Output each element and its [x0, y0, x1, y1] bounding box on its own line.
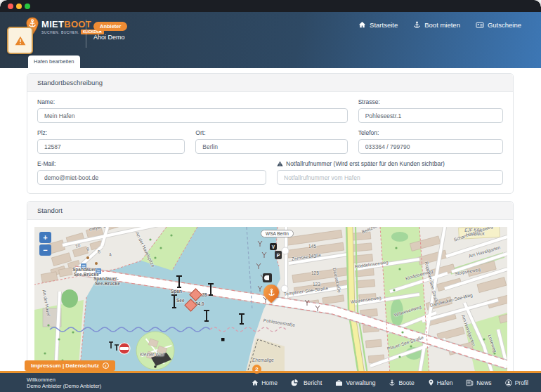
map-label: Haveleck — [466, 231, 485, 237]
footer-item-bericht[interactable]: Bericht — [291, 379, 322, 386]
map-label: Kleiner Wall — [140, 352, 164, 357]
section-title-standortbeschreibung: Standortbeschreibung — [27, 74, 513, 92]
voucher-icon — [476, 21, 484, 29]
email-field[interactable] — [37, 170, 266, 185]
email-label: E-Mail: — [37, 160, 266, 167]
footer-item-boote[interactable]: Boote — [389, 379, 414, 386]
anchor-icon — [413, 21, 421, 29]
map-canvas[interactable]: meyer-StraßeAn der HavelspitzeSpandauer-… — [34, 227, 507, 374]
map-pin-icon — [428, 379, 434, 386]
provider-name: Ahoi Demo — [93, 34, 127, 41]
footer-item-home[interactable]: Home — [252, 379, 278, 386]
close-window-button[interactable] — [8, 4, 13, 9]
notfall-label: Notfallrufnummer (Wird erst später für d… — [277, 160, 503, 167]
notfallrufnummer-field[interactable] — [277, 170, 503, 185]
section-title-standort: Standort — [27, 202, 513, 220]
home-icon — [358, 21, 366, 29]
brand-tagline: SUCHEN. BUCHEN. — [41, 30, 79, 34]
map-label: Ehemalige — [252, 358, 274, 362]
strasse-label: Strasse: — [358, 98, 503, 105]
nav-item-startseite[interactable]: Startseite — [358, 21, 398, 29]
standortbeschreibung-card: Standortbeschreibung Name: Strasse: Plz: — [27, 73, 514, 194]
telefon-label: Telefon: — [358, 129, 503, 136]
app-window: MIETBOOT SUCHEN. BUCHEN. KLICKEN Anbiete… — [0, 0, 541, 392]
provider-role-badge: Anbieter — [93, 22, 127, 31]
map-label: See — [176, 298, 185, 303]
nav-item-gutscheine[interactable]: Gutscheine — [476, 21, 521, 29]
bottom-navbar: Willkommen Demo Anbieter (Demo Anbieter)… — [0, 371, 541, 392]
footer-item-hafen[interactable]: Hafen — [428, 379, 453, 386]
map-label: Span — [171, 289, 182, 294]
tab-hafen-bearbeiten[interactable]: Hafen bearbeiten — [28, 55, 80, 68]
footer-item-news[interactable]: News — [466, 379, 491, 386]
info-icon: i — [103, 362, 109, 369]
name-label: Name: — [37, 98, 348, 105]
footer-nav-menu: Home Bericht Verwaltung Boote Hafen News — [252, 379, 528, 386]
briefcase-icon — [335, 379, 343, 386]
navbar-divider — [86, 20, 86, 48]
footer-item-verwaltung[interactable]: Verwaltung — [335, 379, 375, 386]
top-nav-menu: Startseite Boot mieten Gutscheine — [358, 21, 521, 29]
plz-label: Plz: — [37, 129, 185, 136]
alert-button[interactable] — [7, 27, 33, 54]
harbor-location-pin[interactable] — [260, 281, 282, 303]
user-icon — [505, 379, 512, 386]
pie-chart-icon — [291, 379, 298, 386]
home-icon — [252, 379, 259, 386]
map-label: Spandauer- — [93, 276, 119, 281]
footer-item-profil[interactable]: Profil — [505, 379, 528, 386]
anchor-icon — [268, 288, 275, 297]
map-label-wsa-berlin: WSA Berlin — [261, 230, 294, 237]
map-v-icon: V — [270, 243, 277, 250]
newspaper-icon — [466, 379, 474, 386]
warning-triangle-icon — [15, 36, 26, 46]
strasse-field[interactable] — [358, 108, 503, 123]
macos-titlebar — [0, 0, 541, 12]
warning-icon — [277, 161, 283, 166]
zoom-window-button[interactable] — [25, 4, 30, 9]
dock-icon — [263, 273, 272, 282]
standort-card: Standort — [27, 201, 514, 382]
welcome-text: Willkommen Demo Anbieter (Demo Anbieter) — [27, 377, 101, 389]
parking-icon: P — [275, 251, 282, 259]
main-content: Standortbeschreibung Name: Strasse: Plz: — [0, 68, 541, 392]
map-label: See-Brücke — [95, 281, 120, 286]
map-zoom-in-button[interactable]: + — [39, 232, 51, 243]
top-navbar: MIETBOOT SUCHEN. BUCHEN. KLICKEN Anbiete… — [0, 12, 541, 68]
minimize-window-button[interactable] — [16, 4, 22, 9]
map-label: 145 — [308, 244, 316, 249]
map-attribution[interactable]: Impressum | Datenschutz i — [25, 360, 115, 371]
ort-label: Ort: — [195, 129, 347, 136]
map-label: 125 — [311, 270, 319, 275]
anchor-icon — [389, 379, 396, 386]
map-label: 123 — [313, 282, 320, 287]
map-label: 143 — [308, 254, 316, 259]
nav-item-boot-mieten[interactable]: Boot mieten — [413, 21, 460, 29]
plz-field[interactable] — [37, 139, 185, 154]
map-label: Spandauer- — [72, 267, 98, 272]
brand-logo[interactable]: MIETBOOT SUCHEN. BUCHEN. KLICKEN — [25, 17, 104, 37]
ort-field[interactable] — [195, 139, 347, 154]
verwaltung-notification-badge: 2 — [252, 365, 261, 374]
telefon-field[interactable] — [358, 139, 503, 154]
name-field[interactable] — [37, 108, 348, 123]
map-zoom-out-button[interactable]: − — [39, 244, 51, 256]
